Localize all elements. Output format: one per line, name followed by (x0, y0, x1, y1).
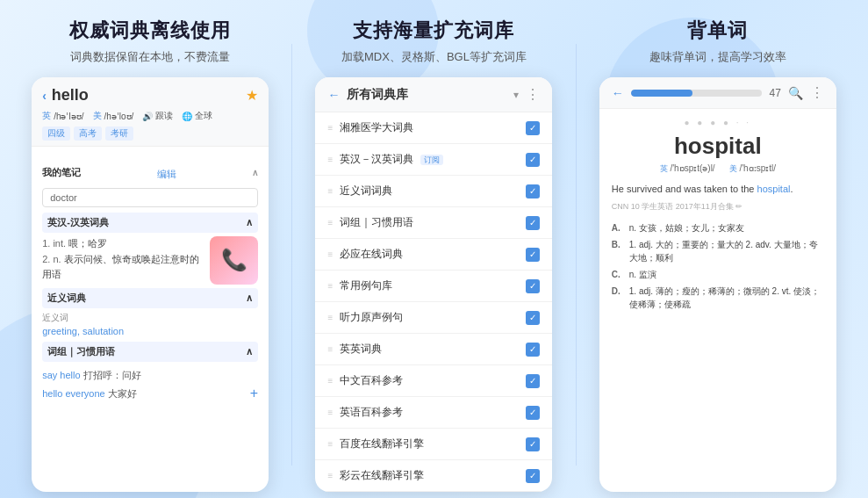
drag-handle-icon: ≡ (327, 344, 333, 354)
lib-checkbox[interactable]: ✓ (526, 248, 540, 262)
tag-cet4: 四级 (42, 126, 70, 141)
drag-handle-icon: ≡ (327, 281, 333, 291)
lib-item-name: 词组｜习惯用语 (340, 215, 519, 230)
gen-read[interactable]: 🔊 跟读 (142, 110, 173, 122)
panel-flashcard: 背单词 趣味背单词，提高学习效率 ← 47 🔍 ⋮ ● ● ● ● · · (594, 18, 842, 492)
globe-icon: 🌐 (182, 112, 192, 121)
lib-checkbox[interactable]: ✓ (526, 469, 540, 483)
lib-checkbox[interactable]: ✓ (526, 406, 540, 420)
lib-item-name: 听力原声例句 (340, 310, 519, 325)
notes-label: 我的笔记 (42, 166, 81, 179)
flash-more-icon[interactable]: ⋮ (810, 84, 824, 101)
dict-section-header: 英汉-汉英词典 ∧ (42, 213, 258, 233)
flash-option-c[interactable]: C. n. 监演 (612, 268, 824, 281)
drag-handle-icon: ≡ (327, 313, 333, 322)
phrase-dict-name: 词组｜习惯用语 (47, 345, 115, 358)
tags-row: 四级 高考 考研 (42, 126, 258, 141)
list-item: ≡ 常用例句库 ✓ (315, 271, 552, 302)
lib-item-name: 英语百科参考 (340, 405, 519, 420)
flash-sentence: He survived and was taken to the hospita… (612, 182, 824, 198)
global[interactable]: 🌐 全球 (182, 110, 212, 122)
dict-body: 我的笔记 编辑 ∧ doctor 英汉-汉英词典 ∧ 📞 1. (32, 147, 269, 492)
lib-item-name: 近义词词典 (340, 184, 519, 198)
option-d-text: 1. adj. 薄的；瘦的；稀薄的；微弱的 2. vt. 使淡；使稀薄；使稀疏 (629, 285, 824, 311)
syn-links[interactable]: greeting, salutation (42, 326, 258, 336)
lib-back-icon[interactable]: ← (327, 88, 340, 102)
star-icon[interactable]: ★ (246, 87, 258, 104)
drag-handle-icon: ≡ (327, 249, 333, 259)
list-item: ≡ 必应在线词典 ✓ (315, 239, 552, 271)
flash-pho-en: 英 /'hɒspɪt(ə)l/ (660, 163, 715, 175)
lib-checkbox[interactable]: ✓ (526, 343, 540, 357)
synonyms-section: 近义词 greeting, salutation (42, 312, 258, 336)
drag-handle-icon: ≡ (327, 186, 333, 196)
panel-3-subtitle: 趣味背单词，提高学习效率 (649, 49, 786, 65)
lib-item-name: 常用例句库 (340, 278, 519, 293)
flag-en: 英 (42, 110, 51, 122)
flash-progress-num: 47 (769, 87, 780, 99)
lib-item-name: 彩云在线翻译引擎 (340, 468, 519, 483)
notes-section-header: 我的笔记 编辑 ∧ (42, 161, 258, 184)
flash-option-b[interactable]: B. 1. adj. 大的；重要的；量大的 2. adv. 大量地；夸大地；顺利 (612, 238, 824, 264)
panel-library: 支持海量扩充词库 加载MDX、灵格斯、BGL等扩充词库 ← 所有词典库 ▾ ⋮ … (310, 18, 557, 492)
dict-chevron-icon: ∧ (246, 217, 253, 228)
flash-options: A. n. 女孩，姑娘；女儿；女家友 B. 1. adj. 大的；重要的；量大的… (612, 221, 824, 311)
flash-progress-dots: ● ● ● ● · · (612, 118, 824, 127)
notes-edit-button[interactable]: 编辑 (157, 168, 176, 181)
lib-more-icon[interactable]: ⋮ (526, 86, 540, 103)
list-item: ≡ 湘雅医学大词典 ✓ (315, 112, 552, 144)
lib-chevron-icon[interactable]: ▾ (513, 89, 519, 101)
drag-handle-icon: ≡ (327, 155, 333, 164)
tag-kaoyan: 考研 (105, 126, 133, 141)
lib-checkbox[interactable]: ✓ (526, 153, 540, 167)
option-c-label: C. (612, 268, 624, 281)
phrase-section: say hello 打招呼：问好 hello everyone 大家好 + (42, 367, 258, 403)
phrase-chevron-icon: ∧ (246, 346, 253, 357)
flash-pho-us: 美 /'hɑːspɪtl/ (729, 163, 776, 175)
flash-header: ← 47 🔍 ⋮ (599, 77, 836, 109)
phrase-add-button[interactable]: + (250, 386, 258, 401)
phrase-en-1[interactable]: say hello (42, 370, 80, 380)
phone-1: ‹ hello ★ 英 /həˈləʊ/ 美 /həˈloʊ/ (32, 77, 269, 492)
flash-phonetics: 英 /'hɒspɪt(ə)l/ 美 /'hɑːspɪtl/ (612, 163, 824, 175)
notes-chevron-icon: ∧ (252, 168, 258, 177)
lib-checkbox[interactable]: ✓ (526, 437, 540, 451)
option-a-text: n. 女孩，姑娘；女儿；女家友 (629, 221, 744, 235)
lib-checkbox[interactable]: ✓ (526, 279, 540, 293)
phrase-cn-1: 打招呼：问好 (83, 370, 141, 380)
list-item: ≡ 英汉－汉英词典 订阅 ✓ (315, 144, 552, 176)
note-input[interactable]: doctor (42, 188, 258, 207)
phrase-row-2: hello everyone 大家好 + (42, 384, 258, 403)
flash-option-d[interactable]: D. 1. adj. 薄的；瘦的；稀薄的；微弱的 2. vt. 使淡；使稀薄；使… (612, 285, 824, 311)
lib-checkbox[interactable]: ✓ (526, 184, 540, 198)
phonetic-us: 美 /həˈloʊ/ (93, 110, 134, 122)
drag-handle-icon: ≡ (327, 123, 333, 133)
flash-option-a[interactable]: A. n. 女孩，姑娘；女儿；女家友 (612, 221, 824, 235)
flash-back-icon[interactable]: ← (612, 86, 624, 100)
drag-handle-icon: ≡ (327, 218, 333, 227)
phrase-row-1: say hello 打招呼：问好 (42, 367, 258, 384)
background-wrapper: 权威词典离线使用 词典数据保留在本地，不费流量 ‹ hello ★ 英 /həˈ… (0, 0, 868, 498)
lib-checkbox[interactable]: ✓ (526, 121, 540, 135)
dict-nav: ‹ hello ★ (42, 86, 258, 105)
phrase-en-2[interactable]: hello everyone (42, 388, 105, 399)
flash-search-icon[interactable]: 🔍 (788, 86, 803, 100)
syn-dict-name: 近义词典 (47, 292, 86, 305)
lib-list: ≡ 湘雅医学大词典 ✓ ≡ 英汉－汉英词典 订阅 ✓ ≡ 近义词词典 ✓ (315, 112, 552, 492)
phrase-cn-2: 大家好 (108, 388, 137, 399)
back-arrow-icon[interactable]: ‹ (42, 89, 47, 103)
lib-item-name: 英汉－汉英词典 订阅 (340, 152, 519, 167)
syn-label: 近义词 (42, 312, 258, 324)
def-block: 📞 1. int. 喂；哈罗 2. n. 表示问候、惊奇或唤起注意时的用语 (42, 236, 258, 285)
panel-dictionary: 权威词典离线使用 词典数据保留在本地，不费流量 ‹ hello ★ 英 /həˈ… (26, 18, 274, 492)
flash-source: CNN 10 学生英语 2017年11月合集 ✏ (612, 201, 824, 213)
phonetics-row: 英 /həˈləʊ/ 美 /həˈloʊ/ 🔊 跟读 (42, 110, 258, 122)
lib-checkbox[interactable]: ✓ (526, 374, 540, 388)
divider-2 (576, 44, 577, 466)
phrase-content-1: say hello 打招呼：问好 (42, 369, 140, 382)
lib-checkbox[interactable]: ✓ (526, 311, 540, 325)
list-item: ≡ 近义词词典 ✓ (315, 176, 552, 207)
search-word: hello (52, 86, 89, 105)
list-item: ≡ 中文百科参考 ✓ (315, 365, 552, 397)
lib-checkbox[interactable]: ✓ (526, 216, 540, 230)
